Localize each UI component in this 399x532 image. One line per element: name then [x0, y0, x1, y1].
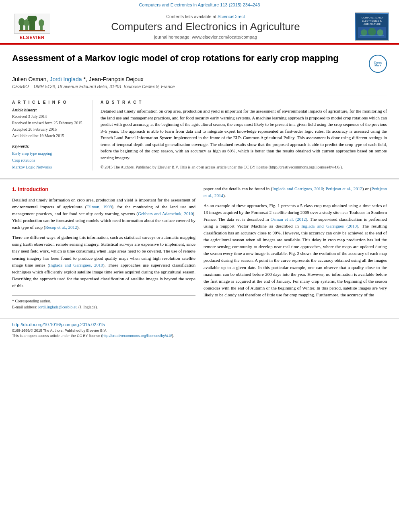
elsevier-logo-image [14, 14, 50, 34]
resop-ref[interactable]: Resop et al., 2012 [45, 225, 77, 230]
svg-point-14 [361, 29, 367, 36]
petitjean-2012-ref[interactable]: Petitjean et al., 2012 [326, 186, 362, 191]
svg-text:AGRICULTURE: AGRICULTURE [363, 23, 380, 25]
inglada-garrigues-2010-ref[interactable]: Inglada and Garrigues, 2010 [272, 186, 323, 191]
keywords-section: Keywords: Early crop type mapping Crop r… [12, 144, 86, 170]
intro-heading: 1. Introduction [12, 185, 195, 193]
right-para1: paper and the details can be found in (I… [204, 185, 387, 199]
elsevier-label: ELSEVIER [20, 35, 45, 40]
article-info-label: A R T I C L E I N F O [12, 100, 86, 105]
publisher-logo-area: ELSEVIER [8, 14, 56, 40]
svg-point-15 [368, 28, 376, 36]
author-inglada[interactable]: Jordi Inglada [49, 76, 82, 82]
accepted-date: Accepted 26 February 2015 [12, 126, 86, 133]
journal-cover-area: COMPUTERS AND ELECTRONICS IN AGRICULTURE [355, 12, 391, 41]
article-history: Article history: Received 3 July 2014 Re… [12, 108, 86, 139]
author-osman: Julien Osman, [12, 76, 49, 82]
footnote-area: * Corresponding author. E-mail address: … [12, 295, 195, 310]
left-column: 1. Introduction Detailed and timely info… [12, 185, 195, 310]
issn-text: 0168-1699/© 2015 The Authors. Published … [12, 329, 107, 333]
abstract-label: A B S T R A C T [101, 100, 387, 105]
article-info-abstract: A R T I C L E I N F O Article history: R… [12, 95, 387, 170]
inglada-garrigues-ref2[interactable]: Inglada and Garrigues (2010) [301, 224, 358, 228]
email-link[interactable]: jordi.inglada@cesbio.eu [38, 305, 78, 309]
article-info-panel: A R T I C L E I N F O Article history: R… [12, 100, 93, 170]
svg-point-16 [377, 29, 383, 36]
keyword-crop-rotations[interactable]: Crop rotations [12, 157, 86, 164]
affiliation-text: CESBIO – UMR 5126, 18 avenue Edouard Bel… [12, 84, 387, 89]
authors-line: Julien Osman, Jordi Inglada *, Jean-Fran… [12, 76, 387, 82]
sciencedirect-anchor[interactable]: ScienceDirect [218, 14, 245, 19]
author-inglada-asterisk: *, [83, 76, 88, 82]
keywords-title: Keywords: [12, 144, 86, 148]
intro-para2: There are different ways of gathering th… [12, 234, 195, 289]
abstract-text: Detailed and timely information on crop … [101, 108, 387, 161]
journal-title-area: Contents lists available at ScienceDirec… [56, 14, 355, 39]
author-dejoux: Jean-François Dejoux [89, 76, 144, 82]
article-header-section: Cross Mark Assessment of a Markov logic … [0, 45, 399, 177]
gebbers-ref[interactable]: Gebbers and Adamchuk, 2010 [138, 211, 193, 216]
available-date: Available online 19 March 2015 [12, 133, 86, 139]
received-date: Received 3 July 2014 [12, 113, 86, 120]
abstract-panel: A B S T R A C T Detailed and timely info… [101, 100, 387, 170]
tilman-ref[interactable]: Tilman, 1999 [86, 204, 112, 209]
two-column-section: 1. Introduction Detailed and timely info… [0, 179, 399, 316]
svg-text:COMPUTERS AND: COMPUTERS AND [361, 16, 383, 19]
crossmark-badge[interactable]: Cross Mark [369, 55, 387, 73]
journal-homepage: journal homepage: www.elsevier.com/locat… [60, 35, 351, 39]
license-main: © 2015 The Authors. Published by Elsevie… [101, 165, 343, 169]
intro-para1: Detailed and timely information on crop … [12, 197, 195, 231]
keyword-markov[interactable]: Markov Logic Networks [12, 164, 86, 170]
journal-name: Computers and Electronics in Agriculture [60, 21, 351, 33]
svg-text:ELECTRONICS IN: ELECTRONICS IN [362, 20, 382, 22]
svg-rect-8 [19, 30, 45, 31]
footer-area: http://dx.doi.org/10.1016/j.compag.2015.… [0, 318, 399, 341]
right-column: paper and the details can be found in (I… [204, 185, 387, 310]
journal-ref-text: Computers and Electronics in Agriculture… [139, 2, 260, 7]
journal-header: ELSEVIER Contents lists available at Sci… [0, 9, 399, 43]
footnote-email: E-mail address: jordi.inglada@cesbio.eu … [12, 304, 195, 310]
svg-point-5 [39, 19, 44, 27]
osman-2012-ref[interactable]: Osman et al. (2012) [271, 217, 307, 222]
footer-license-link[interactable]: http://creativecommons.org/licenses/by/4… [102, 334, 172, 338]
license-text: © 2015 The Authors. Published by Elsevie… [101, 164, 387, 170]
keyword-early-crop[interactable]: Early crop type mapping [12, 150, 86, 157]
doi-link[interactable]: http://dx.doi.org/10.1016/j.compag.2015.… [12, 322, 387, 327]
sciencedirect-link[interactable]: Contents lists available at ScienceDirec… [60, 14, 351, 19]
elsevier-logo: ELSEVIER [8, 14, 56, 40]
history-title: Article history: [12, 108, 86, 112]
journal-reference: Computers and Electronics in Agriculture… [0, 0, 399, 9]
journal-cover-image: COMPUTERS AND ELECTRONICS IN AGRICULTURE [355, 12, 389, 41]
article-title: Assessment of a Markov logic model of cr… [12, 53, 387, 64]
revised-date: Received in revised form 25 February 201… [12, 120, 86, 126]
issn-line: 0168-1699/© 2015 The Authors. Published … [12, 328, 387, 339]
right-para2: As an example of these approaches, Fig. … [204, 202, 387, 298]
inglada-ref1[interactable]: Inglada and Garrigues, 2010 [49, 263, 103, 267]
footnote-asterisk: * Corresponding author. [12, 298, 195, 304]
